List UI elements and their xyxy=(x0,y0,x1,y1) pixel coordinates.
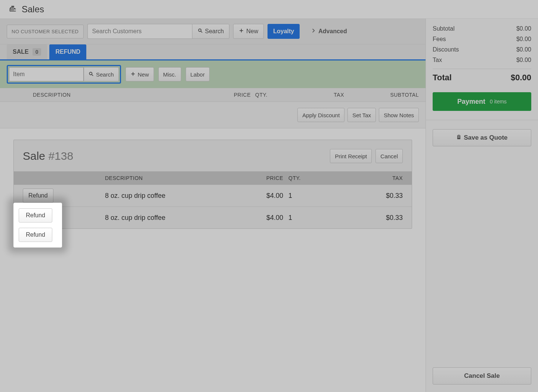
dim-overlay xyxy=(0,0,538,392)
